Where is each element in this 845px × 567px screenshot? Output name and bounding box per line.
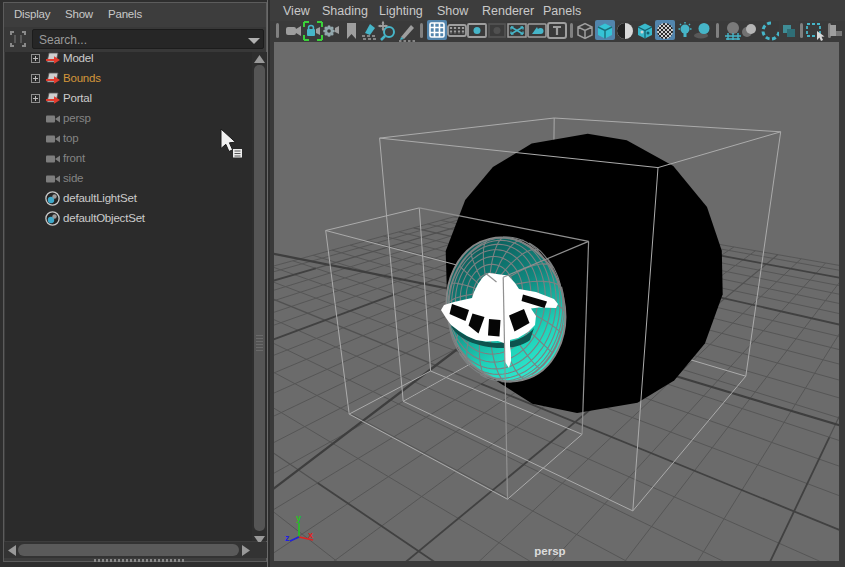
- svg-text:persp: persp: [534, 545, 565, 557]
- svg-text:y: y: [296, 513, 301, 523]
- svg-text:z: z: [285, 533, 290, 543]
- svg-text:x: x: [308, 530, 313, 540]
